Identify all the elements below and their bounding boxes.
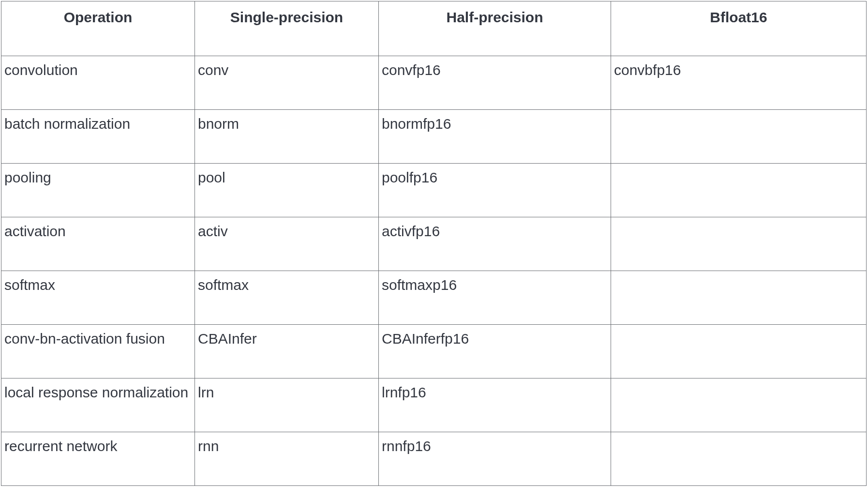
cell-bfloat16: convbfp16: [611, 56, 867, 110]
cell-half: softmaxp16: [379, 271, 611, 325]
cell-bfloat16: [611, 110, 867, 164]
cell-single: pool: [195, 164, 379, 217]
cell-half: rnnfp16: [379, 432, 611, 486]
cell-single: softmax: [195, 271, 379, 325]
cell-half: poolfp16: [379, 164, 611, 217]
cell-bfloat16: [611, 271, 867, 325]
cell-operation: activation: [1, 217, 195, 271]
table-row: softmax softmax softmaxp16: [1, 271, 867, 325]
cell-bfloat16: [611, 378, 867, 432]
table-header-row: Operation Single-precision Half-precisio…: [1, 1, 867, 56]
cell-bfloat16: [611, 432, 867, 486]
cell-operation: softmax: [1, 271, 195, 325]
cell-operation: recurrent network: [1, 432, 195, 486]
cell-single: lrn: [195, 378, 379, 432]
table-row: conv-bn-activation fusion CBAInfer CBAIn…: [1, 325, 867, 378]
table-row: local response normalization lrn lrnfp16: [1, 378, 867, 432]
cell-half: lrnfp16: [379, 378, 611, 432]
cell-operation: pooling: [1, 164, 195, 217]
cell-bfloat16: [611, 217, 867, 271]
operations-table: Operation Single-precision Half-precisio…: [1, 1, 867, 486]
cell-bfloat16: [611, 325, 867, 378]
col-header-half-precision: Half-precision: [379, 1, 611, 56]
cell-bfloat16: [611, 164, 867, 217]
cell-half: activfp16: [379, 217, 611, 271]
cell-single: rnn: [195, 432, 379, 486]
table-row: recurrent network rnn rnnfp16: [1, 432, 867, 486]
cell-single: activ: [195, 217, 379, 271]
col-header-single-precision: Single-precision: [195, 1, 379, 56]
cell-single: bnorm: [195, 110, 379, 164]
col-header-bfloat16: Bfloat16: [611, 1, 867, 56]
table-row: convolution conv convfp16 convbfp16: [1, 56, 867, 110]
cell-operation: local response normalization: [1, 378, 195, 432]
cell-operation: convolution: [1, 56, 195, 110]
cell-half: CBAInferfp16: [379, 325, 611, 378]
cell-operation: conv-bn-activation fusion: [1, 325, 195, 378]
cell-single: CBAInfer: [195, 325, 379, 378]
cell-operation: batch normalization: [1, 110, 195, 164]
table-row: pooling pool poolfp16: [1, 164, 867, 217]
col-header-operation: Operation: [1, 1, 195, 56]
cell-half: convfp16: [379, 56, 611, 110]
table-row: batch normalization bnorm bnormfp16: [1, 110, 867, 164]
table-row: activation activ activfp16: [1, 217, 867, 271]
cell-single: conv: [195, 56, 379, 110]
cell-half: bnormfp16: [379, 110, 611, 164]
